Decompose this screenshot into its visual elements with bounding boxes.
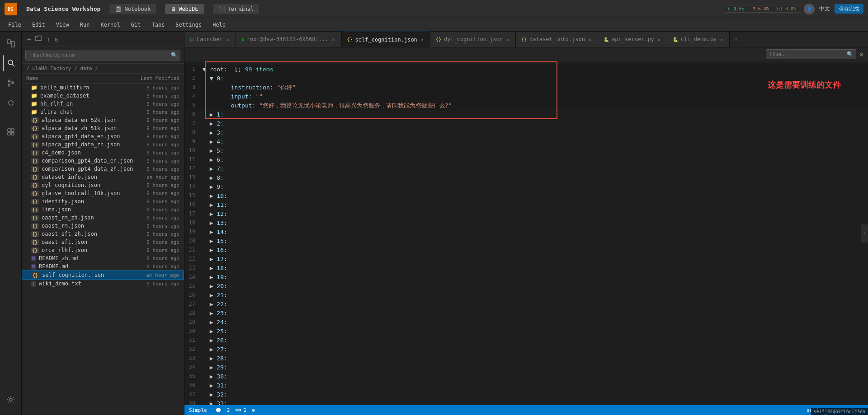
file-item[interactable]: M README_zh.md 9 hours ago bbox=[22, 254, 184, 262]
file-item[interactable]: {} alpaca_data_zh_51k.json 9 hours ago bbox=[22, 124, 184, 132]
filter-search-icon: 🔍 bbox=[171, 52, 178, 58]
file-item[interactable]: {} dyl_cognition.json 5 hours ago bbox=[22, 181, 184, 189]
activity-icon-search[interactable] bbox=[3, 55, 19, 71]
file-item[interactable]: {} alpaca_gpt4_data_zh.json 9 hours ago bbox=[22, 140, 184, 149]
webide-tab-label: WebIDE bbox=[179, 6, 198, 12]
line-content: ▼ 0: bbox=[203, 74, 864, 83]
svg-rect-17 bbox=[11, 132, 14, 135]
menu-settings[interactable]: Settings bbox=[171, 20, 206, 29]
tab-cli-close[interactable]: ✕ bbox=[719, 36, 724, 43]
editor-filter-input[interactable] bbox=[766, 49, 856, 59]
file-item[interactable]: M README.md 9 hours ago bbox=[22, 262, 184, 270]
line-col-status[interactable]: 2 bbox=[227, 407, 230, 413]
dataset-json-icon: {} bbox=[521, 37, 527, 42]
file-filter-input[interactable] bbox=[25, 50, 180, 61]
upload-button[interactable]: ↑ bbox=[45, 35, 51, 44]
new-folder-button[interactable] bbox=[34, 34, 42, 44]
file-date: 9 hours ago bbox=[146, 109, 179, 115]
file-item[interactable]: 📁 example_dataset 9 hours ago bbox=[22, 92, 184, 100]
file-item[interactable]: {} self_cognition.json an hour ago bbox=[22, 270, 184, 280]
menu-help[interactable]: Help bbox=[208, 20, 230, 29]
file-item[interactable]: {} alpaca_data_en_52k.json 9 hours ago bbox=[22, 116, 184, 124]
menu-file[interactable]: File bbox=[4, 20, 26, 29]
menu-kernel[interactable]: Kernel bbox=[96, 20, 124, 29]
terminal-tab-label: Terminal bbox=[228, 6, 254, 12]
title-tab-terminal[interactable]: ⬛ Terminal bbox=[213, 4, 259, 14]
file-item[interactable]: {} oaast_rm.json 9 hours ago bbox=[22, 222, 184, 230]
menu-tabs[interactable]: Tabs bbox=[147, 20, 169, 29]
json-editor[interactable]: 1▼ root: [] 99 items2 ▼ 0:3 instruction:… bbox=[184, 61, 868, 405]
json-line: 33 ▶ 28: bbox=[184, 354, 868, 363]
tab-launcher[interactable]: ⬡ Launcher ✕ bbox=[184, 32, 236, 47]
line-content: ▶ 28: bbox=[203, 354, 864, 363]
tab-dyl-cognition[interactable]: {} dyl_cognition.json ✕ bbox=[430, 32, 516, 47]
file-item[interactable]: {} oaast_rm_zh.json 9 hours ago bbox=[22, 214, 184, 222]
file-item[interactable]: {} identity.json 9 hours ago bbox=[22, 197, 184, 205]
file-item[interactable]: 📁 belle_multiturn 9 hours ago bbox=[22, 84, 184, 92]
line-number: 31 bbox=[184, 336, 203, 344]
line-number: 33 bbox=[184, 354, 203, 362]
tab-api-close[interactable]: ✕ bbox=[657, 36, 661, 43]
file-item[interactable]: {} comparison_gpt4_data_en.json 9 hours … bbox=[22, 157, 184, 165]
file-item[interactable]: T wiki_demo.txt 9 hours ago bbox=[22, 280, 184, 288]
file-item[interactable]: {} c4_demo.json 9 hours ago bbox=[22, 149, 184, 157]
tab-self-cognition-close[interactable]: ✕ bbox=[420, 36, 425, 43]
tab-dataset-close[interactable]: ✕ bbox=[588, 36, 592, 43]
line-content: ▶ 16: bbox=[203, 246, 864, 255]
activity-icon-extensions[interactable] bbox=[3, 124, 19, 140]
tab-terminal-close[interactable]: ✕ bbox=[331, 36, 335, 43]
file-item[interactable]: {} glaive_toolcall_10k.json 9 hours ago bbox=[22, 189, 184, 197]
file-date: 9 hours ago bbox=[146, 207, 179, 213]
right-chevron-button[interactable]: › bbox=[861, 224, 868, 242]
file-item[interactable]: {} orca_rlhf.json 9 hours ago bbox=[22, 246, 184, 254]
tab-terminal[interactable]: $ root@dsw-348151-69568:... ✕ bbox=[236, 32, 342, 47]
title-tab-notebook[interactable]: 📓 Notebook bbox=[109, 4, 156, 14]
activity-icon-settings[interactable] bbox=[3, 392, 19, 408]
file-date: 9 hours ago bbox=[146, 281, 179, 287]
tab-launcher-close[interactable]: ✕ bbox=[226, 36, 230, 43]
file-name: {} dataset_info.json bbox=[31, 174, 146, 180]
menu-view[interactable]: View bbox=[52, 20, 74, 29]
language-button[interactable]: 中文 bbox=[819, 5, 830, 13]
file-name-text: README_zh.md bbox=[39, 255, 78, 261]
file-item[interactable]: {} comparison_gpt4_data_zh.json 9 hours … bbox=[22, 165, 184, 173]
file-item[interactable]: 📁 hh_rlhf_en 9 hours ago bbox=[22, 100, 184, 108]
activity-bar bbox=[0, 32, 22, 415]
refresh-button[interactable]: ↻ bbox=[54, 35, 59, 44]
save-button[interactable]: 保存完成 bbox=[835, 4, 863, 14]
file-item[interactable]: {} oaast_sft_zh.json 9 hours ago bbox=[22, 230, 184, 238]
line-number: 32 bbox=[184, 345, 203, 353]
menu-run[interactable]: Run bbox=[75, 20, 94, 29]
file-name-text: comparison_gpt4_data_en.json bbox=[42, 158, 133, 164]
activity-icon-git[interactable] bbox=[3, 75, 19, 91]
menu-edit[interactable]: Edit bbox=[28, 20, 50, 29]
tab-api-server[interactable]: 🐍 api_server.py ✕ bbox=[598, 32, 667, 47]
new-file-button[interactable]: + bbox=[26, 35, 32, 44]
line-number: 27 bbox=[184, 300, 203, 308]
file-item[interactable]: {} alpaca_gpt4_data_en.json 9 hours ago bbox=[22, 132, 184, 140]
file-item[interactable]: {} oaast_sft.json 9 hours ago bbox=[22, 238, 184, 246]
title-tab-webide[interactable]: 🖥 WebIDE bbox=[165, 4, 203, 14]
file-date: 9 hours ago bbox=[146, 191, 179, 196]
json-line: 4 input: "" bbox=[184, 92, 868, 101]
simple-mode-toggle[interactable]: Simple bbox=[189, 407, 222, 413]
file-item[interactable]: 📁 ultra_chat 9 hours ago bbox=[22, 108, 184, 116]
notebook-tab-label: Notebook bbox=[124, 6, 151, 12]
file-item[interactable]: {} lima.json 9 hours ago bbox=[22, 205, 184, 214]
tab-add-button[interactable]: + bbox=[730, 32, 742, 47]
editor-settings-icon[interactable]: ⚙ bbox=[860, 51, 863, 58]
simple-toggle[interactable] bbox=[209, 407, 222, 413]
tab-dyl-close[interactable]: ✕ bbox=[505, 36, 510, 43]
file-name: {} oaast_rm_zh.json bbox=[31, 214, 146, 221]
gear-status-icon[interactable]: ⚙ bbox=[252, 407, 255, 413]
menu-git[interactable]: Git bbox=[127, 20, 146, 29]
activity-icon-files[interactable] bbox=[3, 35, 19, 51]
spaces-status[interactable]: 1 bbox=[235, 407, 246, 413]
tab-cli-demo[interactable]: 🐍 cli_demo.py ✕ bbox=[667, 32, 730, 47]
activity-icon-debug[interactable] bbox=[3, 95, 19, 111]
file-date: 9 hours ago bbox=[146, 199, 179, 205]
tab-dataset-info[interactable]: {} dataset_info.json ✕ bbox=[516, 32, 598, 47]
file-item[interactable]: {} dataset_info.json an hour ago bbox=[22, 173, 184, 181]
user-avatar[interactable]: 👤 bbox=[804, 4, 815, 14]
tab-self-cognition[interactable]: {} self_cognition.json ✕ bbox=[342, 32, 430, 47]
